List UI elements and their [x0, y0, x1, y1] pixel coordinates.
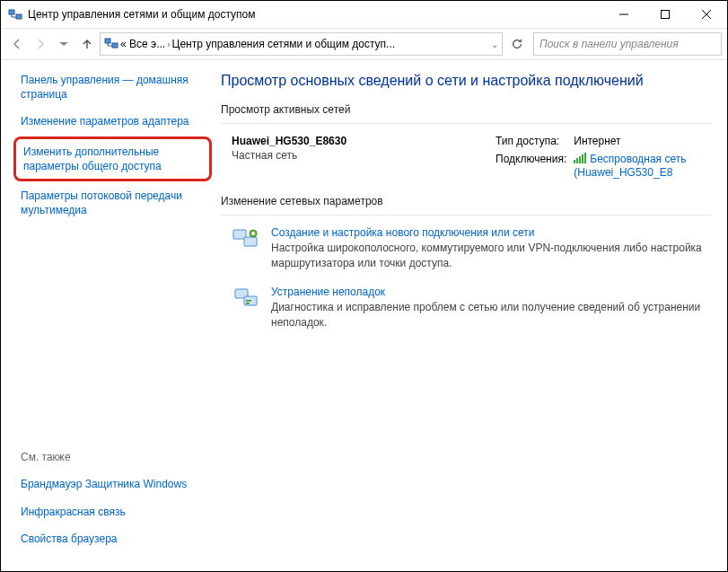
setup-connection-action: Создание и настройка нового подключения …: [221, 226, 711, 271]
connection-link[interactable]: Беспроводная сеть (Huawei_HG530_E8: [574, 153, 711, 179]
svg-rect-15: [246, 300, 251, 302]
up-button[interactable]: [76, 33, 98, 55]
troubleshoot-desc: Диагностика и исправление проблем с сеть…: [271, 300, 711, 330]
svg-rect-5: [574, 160, 575, 163]
minimize-button[interactable]: [603, 1, 645, 28]
network-center-icon: [104, 36, 118, 53]
wifi-signal-icon: [574, 153, 586, 166]
svg-rect-7: [579, 156, 581, 163]
setup-connection-desc: Настройка широкополосного, коммутируемог…: [271, 241, 711, 271]
sidebar-link-firewall[interactable]: Брандмауэр Защитника Windows: [21, 477, 205, 491]
change-settings-header: Изменение сетевых параметров: [221, 195, 711, 207]
sidebar-link-sharing[interactable]: Изменить дополнительные параметры общего…: [23, 145, 202, 173]
svg-rect-6: [576, 158, 578, 163]
network-details: Тип доступа: Подключения: Интернет Беспр…: [496, 135, 711, 179]
highlight-annotation: Изменить дополнительные параметры общего…: [13, 136, 212, 181]
window-title: Центр управления сетями и общим доступом: [28, 8, 603, 21]
svg-rect-2: [662, 11, 670, 19]
close-button[interactable]: [686, 1, 727, 28]
breadcrumb-segment[interactable]: « Все э...: [120, 38, 165, 50]
troubleshoot-action: Устранение неполадок Диагностика и испра…: [221, 286, 711, 330]
refresh-button[interactable]: [506, 33, 528, 55]
svg-rect-16: [246, 303, 250, 304]
maximize-button[interactable]: [645, 1, 686, 28]
back-button[interactable]: [6, 33, 28, 55]
sidebar-link-adapter[interactable]: Изменение параметров адаптера: [21, 114, 205, 128]
address-bar: « Все э... › Центр управления сетями и о…: [1, 28, 727, 60]
address-path[interactable]: « Все э... › Центр управления сетями и о…: [100, 32, 503, 56]
troubleshoot-icon: [232, 286, 260, 311]
forward-button[interactable]: [30, 33, 51, 55]
sidebar: Панель управления — домашняя страница Из…: [1, 60, 212, 571]
troubleshoot-link[interactable]: Устранение неполадок: [271, 286, 711, 298]
recent-button[interactable]: [53, 33, 75, 55]
network-identity: Huawei_HG530_E8630 Частная сеть: [221, 135, 478, 179]
active-networks-header: Просмотр активных сетей: [221, 103, 711, 116]
see-also-header: См. также: [21, 450, 205, 464]
active-network-row: Huawei_HG530_E8630 Частная сеть Тип дост…: [221, 135, 711, 179]
network-center-icon: [8, 7, 22, 22]
svg-rect-4: [112, 43, 118, 48]
page-title: Просмотр основных сведений о сети и наст…: [221, 73, 711, 89]
titlebar: Центр управления сетями и общим доступом: [1, 1, 727, 28]
access-type-label: Тип доступа:: [496, 135, 566, 147]
connection-name: Беспроводная сеть (Huawei_HG530_E8: [574, 153, 686, 179]
setup-connection-link[interactable]: Создание и настройка нового подключения …: [271, 226, 711, 239]
svg-rect-8: [582, 154, 583, 163]
network-name: Huawei_HG530_E8630: [232, 135, 478, 147]
svg-rect-0: [9, 10, 14, 14]
svg-rect-3: [105, 39, 110, 43]
window: Центр управления сетями и общим доступом…: [0, 0, 728, 572]
svg-rect-9: [584, 153, 586, 163]
divider: [221, 215, 711, 216]
chevron-down-icon[interactable]: ⌄: [491, 40, 498, 49]
breadcrumb-segment[interactable]: Центр управления сетями и общим доступ..…: [172, 38, 396, 50]
svg-rect-1: [16, 14, 22, 19]
svg-rect-11: [244, 237, 257, 246]
search-placeholder: Поиск в панели управления: [539, 38, 679, 50]
window-controls: [603, 1, 727, 28]
sidebar-link-browser[interactable]: Свойства браузера: [21, 532, 205, 546]
sidebar-link-media[interactable]: Параметры потоковой передачи мультимедиа: [21, 189, 205, 217]
sidebar-link-home[interactable]: Панель управления — домашняя страница: [21, 73, 205, 101]
setup-connection-icon: [232, 226, 260, 251]
network-type: Частная сеть: [232, 149, 478, 162]
content-area: Панель управления — домашняя страница Из…: [1, 60, 727, 571]
divider: [221, 123, 711, 124]
access-type-value: Интернет: [574, 135, 711, 147]
connections-label: Подключения:: [496, 153, 566, 165]
chevron-right-icon: ›: [167, 40, 170, 49]
sidebar-link-infrared[interactable]: Инфракрасная связь: [21, 505, 205, 519]
main-panel: Просмотр основных сведений о сети и наст…: [212, 60, 727, 571]
search-input[interactable]: Поиск в панели управления: [533, 32, 722, 56]
